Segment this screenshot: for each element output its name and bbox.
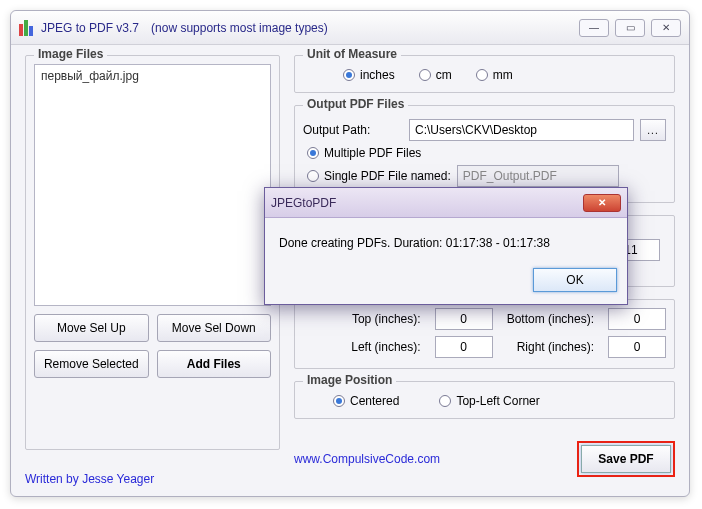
radio-icon (343, 69, 355, 81)
margin-top-input[interactable] (435, 308, 493, 330)
output-path-label: Output Path: (303, 123, 403, 137)
margin-right-label: Right (inches): (507, 340, 594, 354)
position-topleft-radio[interactable]: Top-Left Corner (439, 394, 539, 408)
unit-label: Unit of Measure (303, 47, 401, 61)
position-centered-radio[interactable]: Centered (333, 394, 399, 408)
titlebar: JPEG to PDF v3.7 (now supports most imag… (11, 11, 689, 45)
add-files-button[interactable]: Add Files (157, 350, 272, 378)
margin-right-input[interactable] (608, 336, 666, 358)
list-item[interactable]: первый_файл.jpg (41, 69, 264, 83)
author-link[interactable]: Written by Jesse Yeager (25, 472, 154, 486)
radio-icon (333, 395, 345, 407)
move-down-button[interactable]: Move Sel Down (157, 314, 272, 342)
save-pdf-button[interactable]: Save PDF (581, 445, 671, 473)
multiple-pdf-radio[interactable]: Multiple PDF Files (307, 146, 421, 160)
unit-fieldset: Unit of Measure inches cm mm (294, 55, 675, 93)
radio-icon (307, 170, 319, 182)
radio-icon (307, 147, 319, 159)
app-title: JPEG to PDF v3.7 (41, 21, 139, 35)
app-tagline: (now supports most image types) (151, 21, 328, 35)
margin-bottom-input[interactable] (608, 308, 666, 330)
close-button[interactable]: ✕ (651, 19, 681, 37)
image-files-fieldset: Image Files первый_файл.jpg Move Sel Up … (25, 55, 280, 450)
completion-dialog: JPEGtoPDF ✕ Done creating PDFs. Duration… (264, 187, 628, 305)
image-files-list[interactable]: первый_файл.jpg (34, 64, 271, 306)
window-controls: — ▭ ✕ (579, 19, 681, 37)
single-pdf-name-input (457, 165, 619, 187)
margin-left-label: Left (inches): (351, 340, 420, 354)
margins-fieldset: Top (inches): Bottom (inches): Left (inc… (294, 299, 675, 369)
dialog-titlebar: JPEGtoPDF ✕ (265, 188, 627, 218)
move-up-button[interactable]: Move Sel Up (34, 314, 149, 342)
unit-cm-radio[interactable]: cm (419, 68, 452, 82)
minimize-button[interactable]: — (579, 19, 609, 37)
left-column: Image Files первый_файл.jpg Move Sel Up … (25, 55, 280, 486)
save-highlight: Save PDF (577, 441, 675, 477)
image-position-label: Image Position (303, 373, 396, 387)
dialog-message: Done creating PDFs. Duration: 01:17:38 -… (265, 218, 627, 260)
radio-icon (439, 395, 451, 407)
website-link[interactable]: www.CompulsiveCode.com (294, 452, 440, 466)
margin-left-input[interactable] (435, 336, 493, 358)
remove-selected-button[interactable]: Remove Selected (34, 350, 149, 378)
browse-button[interactable]: ... (640, 119, 666, 141)
output-label: Output PDF Files (303, 97, 408, 111)
radio-icon (476, 69, 488, 81)
margin-bottom-label: Bottom (inches): (507, 312, 594, 326)
unit-inches-radio[interactable]: inches (343, 68, 395, 82)
maximize-button[interactable]: ▭ (615, 19, 645, 37)
footer-row: www.CompulsiveCode.com Save PDF (294, 431, 675, 477)
image-position-fieldset: Image Position Centered Top-Left Corner (294, 381, 675, 419)
dialog-title: JPEGtoPDF (271, 196, 336, 210)
image-files-label: Image Files (34, 47, 107, 61)
app-icon (19, 20, 35, 36)
dialog-ok-button[interactable]: OK (533, 268, 617, 292)
output-path-input[interactable] (409, 119, 634, 141)
radio-icon (419, 69, 431, 81)
dialog-close-button[interactable]: ✕ (583, 194, 621, 212)
margin-top-label: Top (inches): (351, 312, 420, 326)
single-pdf-radio[interactable]: Single PDF File named: (307, 169, 451, 183)
unit-mm-radio[interactable]: mm (476, 68, 513, 82)
